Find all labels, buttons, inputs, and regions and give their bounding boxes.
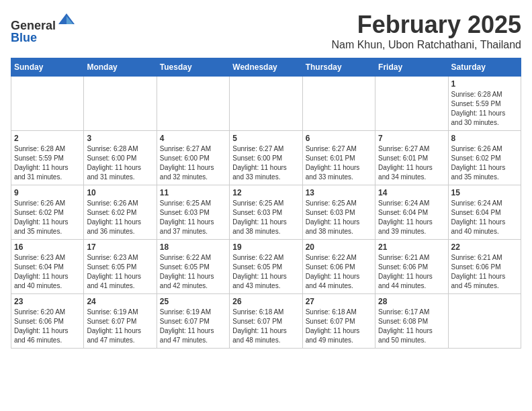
subtitle: Nam Khun, Ubon Ratchathani, Thailand <box>331 39 521 51</box>
calendar-cell: 25Sunrise: 6:19 AM Sunset: 6:07 PM Dayli… <box>157 294 229 349</box>
calendar-cell: 16Sunrise: 6:23 AM Sunset: 6:04 PM Dayli… <box>11 240 84 294</box>
page-header: General Blue February 2025 Nam Khun, Ubo… <box>11 11 521 51</box>
day-number: 26 <box>232 297 299 306</box>
calendar-cell: 3Sunrise: 6:28 AM Sunset: 6:00 PM Daylig… <box>84 131 157 185</box>
day-info: Sunrise: 6:19 AM Sunset: 6:07 PM Dayligh… <box>87 308 153 345</box>
day-number: 24 <box>87 297 153 306</box>
day-info: Sunrise: 6:22 AM Sunset: 6:05 PM Dayligh… <box>160 253 226 291</box>
calendar-cell: 9Sunrise: 6:26 AM Sunset: 6:02 PM Daylig… <box>11 185 84 240</box>
day-info: Sunrise: 6:24 AM Sunset: 6:04 PM Dayligh… <box>378 199 445 236</box>
day-info: Sunrise: 6:28 AM Sunset: 5:59 PM Dayligh… <box>14 144 81 182</box>
calendar-cell: 15Sunrise: 6:24 AM Sunset: 6:04 PM Dayli… <box>448 185 521 240</box>
day-info: Sunrise: 6:28 AM Sunset: 6:00 PM Dayligh… <box>87 144 153 182</box>
day-number: 20 <box>306 242 372 252</box>
calendar-cell: 21Sunrise: 6:21 AM Sunset: 6:06 PM Dayli… <box>375 240 448 294</box>
calendar-cell: 6Sunrise: 6:27 AM Sunset: 6:01 PM Daylig… <box>302 131 375 185</box>
day-info: Sunrise: 6:27 AM Sunset: 6:00 PM Dayligh… <box>232 144 299 182</box>
calendar-cell: 7Sunrise: 6:27 AM Sunset: 6:01 PM Daylig… <box>375 131 448 185</box>
day-number: 2 <box>14 134 81 143</box>
logo-blue: Blue <box>11 31 37 44</box>
title-block: February 2025 Nam Khun, Ubon Ratchathani… <box>331 11 521 51</box>
calendar-cell: 8Sunrise: 6:26 AM Sunset: 6:02 PM Daylig… <box>448 131 521 185</box>
day-number: 1 <box>451 79 518 89</box>
calendar-week-row: 9Sunrise: 6:26 AM Sunset: 6:02 PM Daylig… <box>11 185 521 240</box>
calendar-day-header: Saturday <box>448 58 521 77</box>
calendar-cell: 17Sunrise: 6:23 AM Sunset: 6:05 PM Dayli… <box>84 240 157 294</box>
calendar-cell: 14Sunrise: 6:24 AM Sunset: 6:04 PM Dayli… <box>375 185 448 240</box>
calendar-day-header: Wednesday <box>230 58 302 77</box>
calendar-cell: 1Sunrise: 6:28 AM Sunset: 5:59 PM Daylig… <box>448 77 521 131</box>
calendar-week-row: 2Sunrise: 6:28 AM Sunset: 5:59 PM Daylig… <box>11 131 521 185</box>
calendar-cell: 10Sunrise: 6:26 AM Sunset: 6:02 PM Dayli… <box>84 185 157 240</box>
calendar-cell: 2Sunrise: 6:28 AM Sunset: 5:59 PM Daylig… <box>11 131 84 185</box>
main-title: February 2025 <box>331 11 521 39</box>
day-number: 15 <box>451 188 518 197</box>
logo: General Blue <box>11 11 76 45</box>
day-info: Sunrise: 6:22 AM Sunset: 6:05 PM Dayligh… <box>232 253 299 291</box>
calendar-cell: 28Sunrise: 6:17 AM Sunset: 6:08 PM Dayli… <box>375 294 448 349</box>
day-number: 7 <box>378 134 445 143</box>
day-number: 17 <box>87 242 153 252</box>
day-info: Sunrise: 6:27 AM Sunset: 6:01 PM Dayligh… <box>378 144 445 182</box>
calendar-day-header: Monday <box>84 58 157 77</box>
calendar-cell <box>11 77 84 131</box>
calendar-day-header: Sunday <box>11 58 84 77</box>
day-number: 3 <box>87 134 153 143</box>
calendar-day-header: Friday <box>375 58 448 77</box>
calendar-cell: 26Sunrise: 6:18 AM Sunset: 6:07 PM Dayli… <box>230 294 302 349</box>
calendar-week-row: 23Sunrise: 6:20 AM Sunset: 6:06 PM Dayli… <box>11 294 521 349</box>
day-info: Sunrise: 6:23 AM Sunset: 6:04 PM Dayligh… <box>14 253 81 291</box>
calendar-cell <box>375 77 448 131</box>
calendar-cell: 24Sunrise: 6:19 AM Sunset: 6:07 PM Dayli… <box>84 294 157 349</box>
day-info: Sunrise: 6:23 AM Sunset: 6:05 PM Dayligh… <box>87 253 153 291</box>
calendar-cell <box>157 77 229 131</box>
calendar-cell: 13Sunrise: 6:25 AM Sunset: 6:03 PM Dayli… <box>302 185 375 240</box>
calendar-day-header: Thursday <box>302 58 375 77</box>
calendar-cell: 11Sunrise: 6:25 AM Sunset: 6:03 PM Dayli… <box>157 185 229 240</box>
day-number: 8 <box>451 134 518 143</box>
day-number: 22 <box>451 242 518 252</box>
day-info: Sunrise: 6:18 AM Sunset: 6:07 PM Dayligh… <box>306 308 372 345</box>
calendar-cell: 27Sunrise: 6:18 AM Sunset: 6:07 PM Dayli… <box>302 294 375 349</box>
calendar-cell: 20Sunrise: 6:22 AM Sunset: 6:06 PM Dayli… <box>302 240 375 294</box>
day-number: 28 <box>378 297 445 306</box>
day-number: 19 <box>232 242 299 252</box>
day-number: 6 <box>306 134 372 143</box>
day-info: Sunrise: 6:21 AM Sunset: 6:06 PM Dayligh… <box>451 253 518 291</box>
calendar-cell: 5Sunrise: 6:27 AM Sunset: 6:00 PM Daylig… <box>230 131 302 185</box>
calendar-cell <box>84 77 157 131</box>
day-number: 5 <box>232 134 299 143</box>
calendar-table: SundayMondayTuesdayWednesdayThursdayFrid… <box>11 58 521 349</box>
day-number: 18 <box>160 242 226 252</box>
calendar-cell <box>230 77 302 131</box>
calendar-cell: 18Sunrise: 6:22 AM Sunset: 6:05 PM Dayli… <box>157 240 229 294</box>
day-info: Sunrise: 6:21 AM Sunset: 6:06 PM Dayligh… <box>378 253 445 291</box>
calendar-week-row: 1Sunrise: 6:28 AM Sunset: 5:59 PM Daylig… <box>11 77 521 131</box>
calendar-cell: 12Sunrise: 6:25 AM Sunset: 6:03 PM Dayli… <box>230 185 302 240</box>
day-info: Sunrise: 6:20 AM Sunset: 6:06 PM Dayligh… <box>14 308 81 345</box>
day-info: Sunrise: 6:25 AM Sunset: 6:03 PM Dayligh… <box>160 199 226 236</box>
day-number: 12 <box>232 188 299 197</box>
day-info: Sunrise: 6:25 AM Sunset: 6:03 PM Dayligh… <box>306 199 372 236</box>
day-info: Sunrise: 6:24 AM Sunset: 6:04 PM Dayligh… <box>451 199 518 236</box>
day-info: Sunrise: 6:27 AM Sunset: 6:00 PM Dayligh… <box>160 144 226 182</box>
calendar-day-header: Tuesday <box>157 58 229 77</box>
day-info: Sunrise: 6:26 AM Sunset: 6:02 PM Dayligh… <box>14 199 81 236</box>
day-number: 4 <box>160 134 226 143</box>
calendar-cell <box>448 294 521 349</box>
day-info: Sunrise: 6:18 AM Sunset: 6:07 PM Dayligh… <box>232 308 299 345</box>
day-info: Sunrise: 6:22 AM Sunset: 6:06 PM Dayligh… <box>306 253 372 291</box>
day-info: Sunrise: 6:28 AM Sunset: 5:59 PM Dayligh… <box>451 90 518 128</box>
calendar-header-row: SundayMondayTuesdayWednesdayThursdayFrid… <box>11 58 521 77</box>
calendar-cell: 19Sunrise: 6:22 AM Sunset: 6:05 PM Dayli… <box>230 240 302 294</box>
day-info: Sunrise: 6:26 AM Sunset: 6:02 PM Dayligh… <box>87 199 153 236</box>
day-number: 14 <box>378 188 445 197</box>
day-info: Sunrise: 6:26 AM Sunset: 6:02 PM Dayligh… <box>451 144 518 182</box>
day-number: 11 <box>160 188 226 197</box>
day-number: 21 <box>378 242 445 252</box>
day-info: Sunrise: 6:17 AM Sunset: 6:08 PM Dayligh… <box>378 308 445 345</box>
day-info: Sunrise: 6:19 AM Sunset: 6:07 PM Dayligh… <box>160 308 226 345</box>
day-number: 9 <box>14 188 81 197</box>
day-number: 23 <box>14 297 81 306</box>
day-info: Sunrise: 6:25 AM Sunset: 6:03 PM Dayligh… <box>232 199 299 236</box>
